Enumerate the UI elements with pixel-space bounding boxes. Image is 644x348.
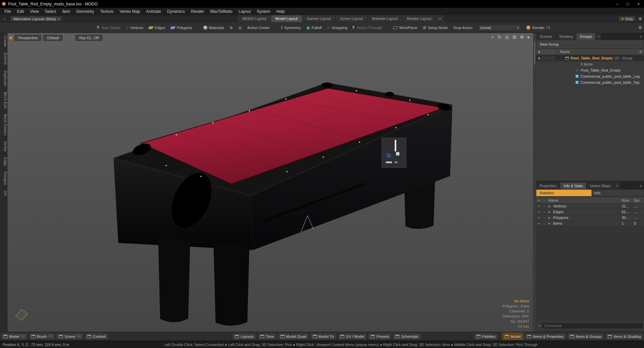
tab-modo-layout[interactable]: MODO Layout [238,15,271,22]
pan-icon[interactable]: + [491,34,494,40]
viewport-more-icon[interactable]: ▸ [527,34,530,40]
row-plus-button[interactable]: + [536,221,542,225]
menu-file[interactable]: File [1,8,14,15]
mode-brush-button[interactable]: Brush F3 [29,333,55,340]
tree-row[interactable]: · · · Commercial_public_pool_table_Top [536,79,644,85]
command-bar[interactable]: > Command [537,322,644,329]
stats-row-polygons[interactable]: + - ▶ Polygons 30... .... [536,215,644,221]
setup-mode-button[interactable]: ⊞ Setup Mode [423,25,448,30]
toolbox-tab-vertex[interactable]: Vertex [0,139,7,155]
mode-model-button[interactable]: Model F2 [1,333,28,340]
command-input[interactable]: Command [542,324,562,328]
viewport-settings-icon[interactable]: ⚙ [520,34,524,40]
subtab-statistics[interactable]: Statistics [536,190,592,196]
default-shading-button[interactable]: Default [43,35,63,41]
items-groups-button[interactable]: Items & Groups [567,333,604,340]
symmetry-button[interactable]: ‖ Symmetry [281,25,301,30]
action-center-icon-button[interactable]: ⊕ [229,25,233,30]
toolbox-tab-polygon[interactable]: Polygon [0,169,7,188]
layouts-button[interactable]: Layouts [232,333,256,340]
add-panel-tab-button[interactable]: + [614,182,620,189]
tab-shading[interactable]: Shading [556,33,576,40]
menu-view[interactable]: View [27,8,42,15]
orbit-icon-button[interactable]: ◎ [238,25,242,30]
expand-all-button[interactable]: + [536,198,542,202]
menu-vertex-map[interactable]: Vertex Map [117,8,143,15]
menu-geometry[interactable]: Geometry [73,8,97,15]
schematic-button[interactable]: Schematic [393,333,421,340]
row-minus-button[interactable]: - [542,216,547,220]
tab-vertex-maps[interactable]: Vertex Maps [587,182,614,189]
toggle-dot-icon[interactable]: · [542,68,548,72]
row-plus-button[interactable]: + [536,210,542,214]
add-panel-tab-button[interactable]: + [596,33,602,40]
eye-dot-icon[interactable]: · [536,80,542,84]
auto-select-button[interactable]: Auto Select [97,26,120,30]
time-button[interactable]: Time [257,333,277,340]
perspective-button[interactable]: Perspective [15,35,41,41]
column-toggle-icon[interactable] [542,50,545,53]
eye-icon[interactable]: ◉ [536,50,542,53]
model-tri-button[interactable]: Model Tri [310,333,337,340]
tab-info-stats[interactable]: Info & Stats [560,182,587,189]
menu-select[interactable]: Select [42,8,59,15]
group-root-row[interactable]: ◉ Pool_Table_Red_Empty (2) : Group [536,55,644,61]
tree-row[interactable]: · · · + Pool_Table_Red_Empty [536,67,644,73]
tab-model-layout[interactable]: Model Layout [271,15,302,22]
add-layout-tab-button[interactable]: + [436,15,444,22]
menu-render[interactable]: Render [188,8,207,15]
edges-mode-button[interactable]: Edges [149,26,165,30]
menu-texture[interactable]: Texture [97,8,116,15]
visibility-toggle[interactable] [542,57,545,60]
tab-animate-layout[interactable]: Animate Layout [368,15,402,22]
expand-arrow-icon[interactable]: ▶ [547,222,552,225]
expand-arrow-icon[interactable]: ▶ [547,216,552,219]
scrollbar-thumb[interactable] [534,41,536,65]
menu-dynamics[interactable]: Dynamics [164,8,188,15]
stats-row-vertices[interactable]: + - ▶ Vertices 31... .... [536,203,644,209]
falloff-button[interactable]: ◉ Falloff [306,25,322,30]
visibility-toggle[interactable] [552,57,555,60]
toolbox-tab-deform[interactable]: Deform [0,50,7,68]
panel-scrollbar[interactable] [534,33,536,332]
3d-viewport[interactable]: Perspective Default Ray GL: Off + ↻ ◎ ⊞ … [7,33,533,332]
menu-animate[interactable]: Animate [143,8,164,15]
eye-dot-icon[interactable]: · [536,74,542,78]
mode-context-button[interactable]: Context [84,333,108,340]
panel-menu-icon[interactable]: ≡ [638,182,644,189]
model-quad-button[interactable]: Model Quad [278,333,309,340]
gear-icon[interactable]: ⚙ [638,17,642,21]
gear-icon[interactable]: ⚙ [639,50,644,54]
toolbox-tab-edge[interactable]: Edge [0,155,7,169]
action-center-button[interactable]: Action Center [247,26,270,30]
presets-button[interactable]: Presets [368,333,392,340]
render-button[interactable]: Render F9 [526,26,550,30]
drop-action-dropdown[interactable]: (none) ▾ [478,24,521,31]
menu-maxtomodo[interactable]: MaxToModo [207,8,235,15]
tab-render-layout[interactable]: Render Layout [402,15,436,22]
only-button[interactable]: ★ Only [618,16,636,22]
items-shading-button[interactable]: Items & Shading [605,333,644,340]
tab-scenes[interactable]: Scenes [536,33,556,40]
items-properties-button[interactable]: Items & Properties [524,333,566,340]
rotate-icon[interactable]: ↻ [498,34,501,40]
tree-row[interactable]: · · · Commercial_public_pool_table_Leg [536,73,644,79]
toolbox-tab-create[interactable]: Create [0,33,7,50]
tab-games-layout[interactable]: Games Layout [302,15,336,22]
row-plus-button[interactable]: + [536,216,542,220]
row-minus-button[interactable]: - [542,204,547,208]
viewport-sphere-icon[interactable] [9,36,13,40]
home-icon[interactable]: ⌂ [0,15,9,22]
row-minus-button[interactable]: - [542,221,547,225]
visibility-toggle[interactable] [547,57,550,60]
toolbox-tab-duplicate[interactable]: Duplicate [0,68,7,89]
menu-help[interactable]: Help [273,8,288,15]
menu-edit[interactable]: Edit [14,8,27,15]
mode-scene-button[interactable]: Scene F4 [56,333,83,340]
close-button[interactable]: × [633,0,644,8]
maximize-button[interactable]: □ [622,0,633,8]
row-plus-button[interactable]: + [536,204,542,208]
expand-arrow-icon[interactable]: ▶ [547,205,552,208]
alternative-layouts-dropdown[interactable]: Alternative Layouts (Beta) ▾ [10,16,63,22]
row-minus-button[interactable]: - [542,210,547,214]
